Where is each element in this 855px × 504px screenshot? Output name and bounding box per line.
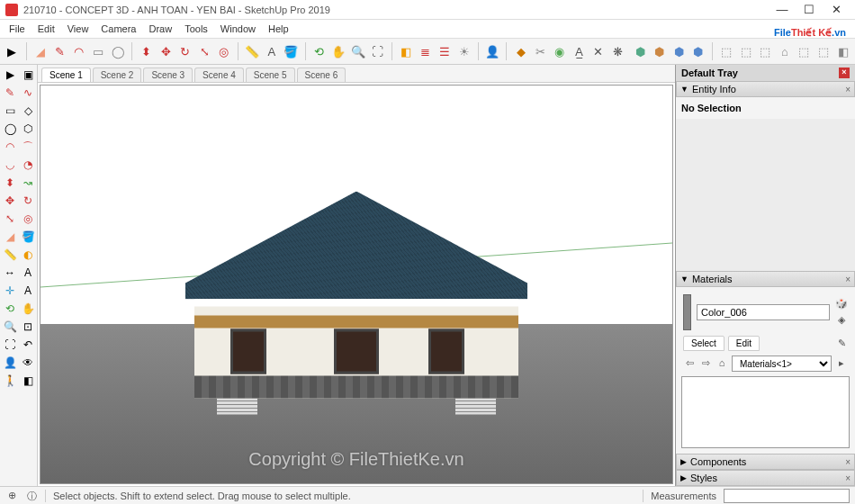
rotate-icon[interactable]: ↻ [20,193,36,209]
rectangle-icon[interactable]: ▭ [90,42,107,60]
materials-library-select[interactable]: Materials<1> [732,356,832,372]
eyedropper-icon[interactable]: ✎ [835,338,848,350]
style-icon[interactable]: ⬚ [796,42,813,60]
materials-grid[interactable] [681,376,850,448]
create-material-icon[interactable]: 🎲 [835,298,848,310]
dimension-icon[interactable]: ↔ [2,265,18,281]
viewport-3d[interactable]: Copyright © FileThietKe.vn [40,85,673,484]
close-button[interactable]: ✕ [823,3,850,16]
paint-icon[interactable]: 🪣 [20,229,36,245]
view-top-icon[interactable]: ⬢ [651,42,668,60]
plugin-icon[interactable]: A̲ [571,42,588,60]
polygon-icon[interactable]: ⬡ [20,121,36,137]
previous-icon[interactable]: ↶ [20,337,36,353]
zoom-extents-icon[interactable]: ⛶ [369,42,386,60]
measurements-input[interactable] [724,489,850,503]
position-camera-icon[interactable]: 👤 [2,355,18,371]
pushpull-icon[interactable]: ⬍ [138,42,155,60]
plugin-icon[interactable]: ✂ [532,42,549,60]
arc3-icon[interactable]: ◡ [2,157,18,173]
3dtext-icon[interactable]: A [20,283,36,299]
rectangle-icon[interactable]: ▭ [2,103,18,119]
panel-components[interactable]: ▶ Components × [676,454,855,470]
followme-icon[interactable]: ↝ [20,175,36,191]
forward-icon[interactable]: ⇨ [699,357,712,370]
info-icon[interactable]: ⓘ [25,490,38,502]
tape-icon[interactable]: 📏 [2,247,18,263]
arc-icon[interactable]: ◠ [2,139,18,155]
details-icon[interactable]: ▸ [835,357,848,370]
pan-icon[interactable]: ✋ [20,301,36,317]
tray-close-icon[interactable]: × [839,68,850,78]
pencil-icon[interactable]: ✎ [2,85,18,101]
tape-icon[interactable]: 📏 [244,42,261,60]
pin-icon[interactable]: × [845,85,850,94]
plugin-icon[interactable]: ◆ [512,42,529,60]
zoom-extents-icon[interactable]: ⛶ [2,337,18,353]
rotate-icon[interactable]: ↻ [176,42,194,60]
section-icon[interactable]: ◧ [398,42,415,60]
person-icon[interactable]: 👤 [484,42,501,60]
style-icon[interactable]: ⬚ [738,42,755,60]
freehand-icon[interactable]: ∿ [20,85,36,101]
pencil-icon[interactable]: ✎ [51,42,68,60]
tray-title[interactable]: Default Tray × [676,65,855,81]
style-icon[interactable]: ◧ [834,42,851,60]
paint-icon[interactable]: 🪣 [283,42,300,60]
geo-icon[interactable]: ⊕ [5,490,18,502]
scene-tab[interactable]: Scene 4 [194,68,244,82]
scene-tab[interactable]: Scene 2 [93,68,142,82]
menu-window[interactable]: Window [215,22,261,36]
menu-camera[interactable]: Camera [95,22,141,36]
circle-icon[interactable]: ◯ [110,42,127,60]
style-icon[interactable]: ⬚ [718,42,735,60]
material-name-input[interactable] [697,304,830,320]
plugin-icon[interactable]: ❋ [609,42,626,60]
layers-icon[interactable]: ≣ [417,42,434,60]
plugin-icon[interactable]: ◉ [552,42,569,60]
arc2-icon[interactable]: ⌒ [20,139,36,155]
look-around-icon[interactable]: 👁 [20,355,36,371]
panel-entity-info[interactable]: ▼ Entity Info × [676,81,855,97]
offset-icon[interactable]: ◎ [20,211,36,227]
menu-help[interactable]: Help [263,22,294,36]
rotated-rect-icon[interactable]: ◇ [20,103,36,119]
pan-icon[interactable]: ✋ [330,42,347,60]
shadows-icon[interactable]: ☀ [455,42,472,60]
panel-styles[interactable]: ▶ Styles × [676,470,855,486]
eraser-icon[interactable]: ◢ [2,229,18,245]
pin-icon[interactable]: × [845,274,850,284]
pin-icon[interactable]: × [845,473,850,483]
materials-tab-select[interactable]: Select [683,336,724,351]
move-icon[interactable]: ✥ [2,193,18,209]
default-material-icon[interactable]: ◈ [835,314,848,327]
menu-tools[interactable]: Tools [179,22,213,36]
circle-icon[interactable]: ◯ [2,121,18,137]
arc-icon[interactable]: ◠ [71,42,88,60]
axes-icon[interactable]: ✛ [2,283,18,299]
outliner-icon[interactable]: ☰ [436,42,454,60]
scene-tab[interactable]: Scene 5 [246,68,295,82]
view-iso-icon[interactable]: ⬢ [632,42,649,60]
offset-icon[interactable]: ◎ [215,42,232,60]
select-icon[interactable]: ▶ [2,67,18,83]
materials-tab-edit[interactable]: Edit [728,336,760,351]
minimize-button[interactable]: — [769,3,796,16]
home-icon[interactable]: ⌂ [716,357,728,370]
pushpull-icon[interactable]: ⬍ [2,175,18,191]
material-swatch[interactable] [683,294,691,330]
style-icon[interactable]: ⬚ [757,42,774,60]
scene-tab[interactable]: Scene 6 [297,68,346,82]
select-icon[interactable]: ▶ [4,42,21,60]
text-icon[interactable]: A [264,42,281,60]
scene-tab[interactable]: Scene 1 [41,68,91,82]
plugin-icon[interactable]: ✕ [590,42,608,60]
eraser-icon[interactable]: ◢ [32,42,49,60]
menu-draw[interactable]: Draw [143,22,177,36]
pie-icon[interactable]: ◔ [20,157,36,173]
orbit-icon[interactable]: ⟲ [311,42,328,60]
menu-edit[interactable]: Edit [32,22,60,36]
component-icon[interactable]: ▣ [20,67,36,83]
walk-icon[interactable]: 🚶 [2,373,18,389]
move-icon[interactable]: ✥ [158,42,175,60]
